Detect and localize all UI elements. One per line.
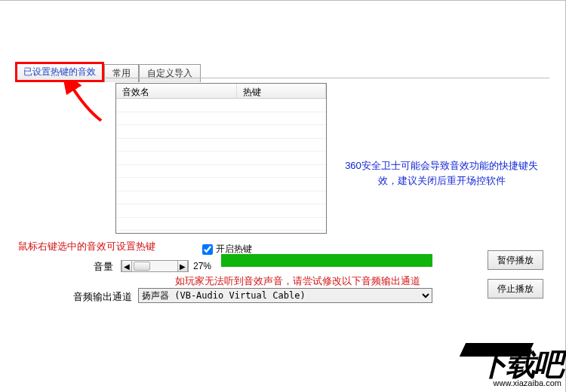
volume-label: 音量	[94, 260, 113, 274]
watermark-brand: 下载吧	[478, 349, 561, 379]
tab-custom-import[interactable]: 自定义导入	[139, 64, 201, 82]
enable-hotkey-checkbox[interactable]	[202, 244, 213, 255]
hint-right-click: 鼠标右键选中的音效可设置热键	[18, 240, 155, 253]
volume-increase-icon[interactable]: ▶	[177, 261, 188, 271]
tab-hotkey-effects[interactable]: 已设置热键的音效	[15, 62, 104, 82]
tab-bar: 已设置热键的音效 常用 自定义导入	[15, 62, 201, 82]
list-item[interactable]	[116, 112, 326, 126]
volume-thumb[interactable]	[134, 262, 150, 271]
pause-button[interactable]: 暂停播放	[488, 250, 543, 270]
column-hotkey[interactable]: 热键	[237, 84, 326, 98]
info-360-warning: 360安全卫士可能会导致音效功能的快捷键失效，建议关闭后重开场控软件	[340, 158, 543, 188]
list-item[interactable]	[116, 191, 326, 205]
effects-list-header: 音效名 热键	[116, 84, 326, 99]
annotation-arrow-icon	[63, 79, 109, 124]
hint-output-channel: 如玩家无法听到音效声音，请尝试修改以下音频输出通道	[175, 274, 420, 288]
list-item[interactable]	[116, 99, 326, 112]
watermark: 下载吧 www.xiazaiba.com	[478, 349, 561, 387]
stop-button[interactable]: 停止播放	[488, 279, 543, 299]
volume-decrease-icon[interactable]: ◀	[122, 261, 132, 271]
effects-list[interactable]: 音效名 热键	[115, 83, 327, 234]
output-channel-select[interactable]: 扬声器 (VB-Audio Virtual Cable)	[138, 288, 432, 303]
list-item[interactable]	[116, 165, 326, 179]
volume-percent: 27%	[193, 261, 211, 271]
list-item[interactable]	[116, 152, 326, 165]
volume-track[interactable]	[132, 261, 177, 271]
column-effect-name[interactable]: 音效名	[116, 84, 237, 98]
list-item[interactable]	[116, 204, 326, 218]
audio-level-meter	[221, 254, 432, 267]
list-item[interactable]	[116, 178, 326, 191]
list-item[interactable]	[116, 139, 326, 152]
volume-scrollbar[interactable]: ◀ ▶	[121, 260, 189, 272]
list-item[interactable]	[116, 125, 326, 139]
tab-common[interactable]: 常用	[104, 64, 139, 82]
list-item[interactable]	[116, 218, 326, 231]
effects-list-body[interactable]	[116, 99, 326, 233]
output-channel-label: 音频输出通道	[73, 290, 132, 304]
